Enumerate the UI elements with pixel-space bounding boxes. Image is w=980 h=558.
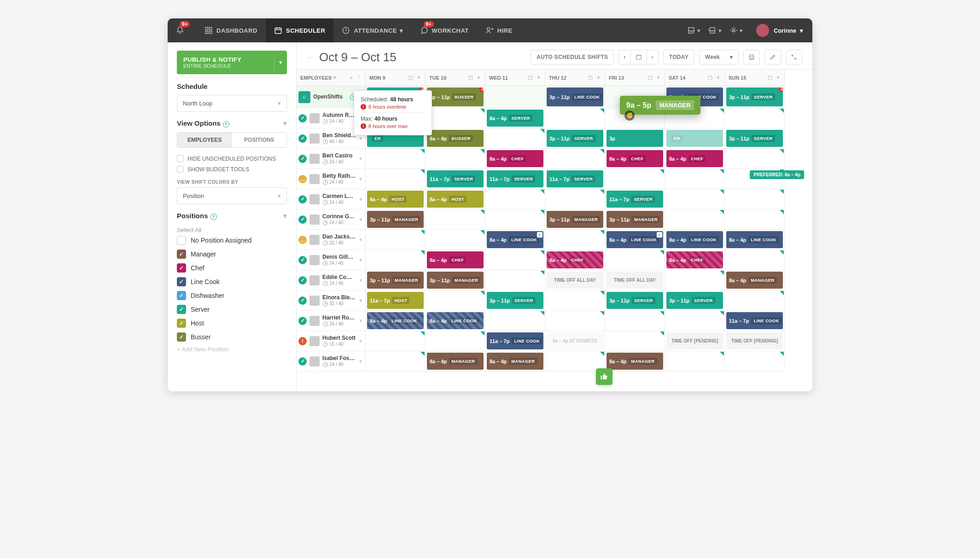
- expand-button[interactable]: [786, 50, 802, 64]
- schedule-select[interactable]: North Loop ▾: [177, 95, 287, 112]
- shift-block[interactable]: 8a – 4pMANAGER: [726, 272, 783, 289]
- timeoff-block[interactable]: TIME OFF ALL DAY: [607, 272, 663, 289]
- shift-block[interactable]: 3p – 11pMANAGER: [367, 211, 424, 228]
- shift-block[interactable]: 8a – 4pLINE COOK: [367, 312, 424, 329]
- shift-cell[interactable]: TIME OFF [PENDING]: [665, 331, 725, 351]
- shift-block[interactable]: 3p – 11pMANAGER: [427, 272, 484, 289]
- shift-cell[interactable]: [545, 230, 605, 250]
- nav-hire[interactable]: HIRE: [477, 18, 521, 42]
- shift-cell[interactable]: [665, 270, 725, 291]
- nav-inbox[interactable]: ▾: [683, 18, 705, 42]
- position-no-position-assigned[interactable]: No Position Assigned: [177, 233, 287, 247]
- shift-cell[interactable]: 3p – 11pMANAGER: [545, 209, 605, 230]
- shift-cell[interactable]: [545, 149, 605, 169]
- shift-cell[interactable]: 3p: [605, 128, 665, 149]
- shift-cell[interactable]: 8a – 4p AT DOWNTO: [545, 331, 605, 351]
- copy-day-icon[interactable]: [767, 75, 773, 81]
- day-header[interactable]: SUN 15: [725, 70, 785, 86]
- shift-cell[interactable]: [725, 291, 785, 311]
- shift-block[interactable]: 8a – 4pCHEF: [666, 150, 723, 167]
- employee-row-head[interactable]: ✓ Eddie Combs 🕑24 / 40 ▾: [297, 270, 366, 291]
- shift-cell[interactable]: [725, 149, 785, 169]
- shift-cell[interactable]: 11a – 7pLINE COOK: [725, 311, 785, 331]
- shift-cell[interactable]: ER: [665, 128, 725, 149]
- shift-cell[interactable]: [665, 209, 725, 230]
- shift-block[interactable]: 3p – 11pSERVER: [726, 130, 783, 147]
- pin-icon[interactable]: [416, 75, 421, 81]
- print-button[interactable]: [743, 50, 760, 64]
- shift-block[interactable]: 8a – 4pCHEF: [547, 251, 603, 268]
- publish-button[interactable]: PUBLISH & NOTIFY ENTIRE SCHEDULE ▾: [177, 51, 287, 74]
- shift-block[interactable]: 8a – 4pCHEF: [427, 251, 484, 268]
- shift-block[interactable]: 8a – 4pCHEF: [487, 150, 543, 167]
- copy-day-icon[interactable]: [588, 75, 593, 81]
- shift-block[interactable]: 8a – 4pLINE COOK✓: [487, 231, 543, 248]
- today-button[interactable]: TODAY: [663, 50, 694, 64]
- shift-block[interactable]: 8a – 4pMANAGER: [427, 353, 484, 370]
- shift-cell[interactable]: 8a – 4pCHEF: [665, 149, 725, 169]
- shift-cell[interactable]: [485, 189, 545, 209]
- shift-block[interactable]: 8a – 4pMANAGER: [487, 353, 543, 370]
- shift-cell[interactable]: [605, 250, 665, 270]
- copy-day-icon[interactable]: [528, 75, 533, 81]
- shift-cell[interactable]: [545, 291, 605, 311]
- col-employees[interactable]: EMPLOYEES▾＋⋮: [297, 70, 366, 86]
- employee-row-head[interactable]: ✓ Denis Gillespie 🕑24 / 40 ▾: [297, 250, 366, 270]
- pin-icon[interactable]: [716, 75, 721, 81]
- shift-block[interactable]: 11a – 7pSERVER: [607, 191, 663, 208]
- shift-cell[interactable]: [485, 128, 545, 149]
- shift-cell[interactable]: [366, 351, 426, 372]
- day-header[interactable]: THU 12: [545, 70, 605, 86]
- shift-cell[interactable]: [366, 250, 426, 270]
- edit-button[interactable]: [764, 50, 781, 64]
- shift-block[interactable]: 3p – 11pMANAGER: [367, 272, 424, 289]
- shift-cell[interactable]: [366, 230, 426, 250]
- select-all-link[interactable]: Select All: [177, 225, 287, 233]
- chk-hide-unscheduled[interactable]: HIDE UNSCHEDULED POSITIONS: [177, 153, 287, 164]
- nav-store[interactable]: ▾: [705, 18, 726, 42]
- day-header[interactable]: MON 9: [366, 70, 426, 86]
- shift-cell[interactable]: [725, 189, 785, 209]
- positions-heading[interactable]: Positions? ▾: [177, 212, 287, 220]
- position-host[interactable]: ✓Host: [177, 316, 287, 330]
- position-busser[interactable]: ✓Busser: [177, 330, 287, 344]
- shift-block[interactable]: 3p – 11pSERVER: [666, 292, 723, 309]
- shift-cell[interactable]: [545, 311, 605, 331]
- calendar-button[interactable]: [631, 50, 647, 64]
- openshift[interactable]: 3p – 11pSERVER2: [726, 87, 783, 106]
- shift-cell[interactable]: [545, 108, 605, 128]
- shift-cell[interactable]: 8a – 4pLINE COOK!: [725, 230, 785, 250]
- nav-settings[interactable]: ▾: [726, 18, 747, 42]
- employee-row-head[interactable]: ✓ Elnora Blevins 🕑32 / 40 ▾: [297, 291, 366, 311]
- shift-cell[interactable]: [725, 108, 785, 128]
- shift-block[interactable]: 8a – 4pHOST: [367, 191, 424, 208]
- tab-employees[interactable]: EMPLOYEES: [177, 133, 232, 147]
- shift-cell[interactable]: [665, 189, 725, 209]
- openshift-cell[interactable]: 3p – 11pSERVER2: [725, 86, 785, 108]
- shift-block[interactable]: 8a – 4pBUSSER: [427, 130, 484, 147]
- employee-row-head[interactable]: ✓ Bert Castro 🕑24 / 40 ▾: [297, 149, 366, 169]
- timeoff-block[interactable]: TIME OFF ALL DAY: [547, 272, 603, 289]
- shift-block[interactable]: 11a – 7pHOST: [367, 292, 424, 309]
- copy-day-icon[interactable]: [707, 75, 713, 81]
- tab-positions[interactable]: POSITIONS: [232, 133, 287, 147]
- shift-cell[interactable]: 11a – 7pSERVER: [485, 169, 545, 189]
- shift-cell[interactable]: 8a – 4pMANAGER: [485, 351, 545, 372]
- nav-attendance[interactable]: ATTENDANCE ▾: [333, 18, 411, 42]
- shift-cell[interactable]: 8a – 4pLINE COOK✓: [485, 230, 545, 250]
- day-header[interactable]: WED 11: [485, 70, 545, 86]
- shift-cell[interactable]: 8a – 4pCHEF: [605, 149, 665, 169]
- shift-cell[interactable]: 8a – 4pHOST: [426, 189, 485, 209]
- openshift-cell[interactable]: [485, 86, 545, 108]
- shift-cell[interactable]: [426, 331, 485, 351]
- shift-cell[interactable]: TIME OFF ALL DAY: [605, 270, 665, 291]
- nav-notifications[interactable]: 9+: [168, 18, 196, 42]
- shift-cell[interactable]: 8a – 4pLINE COOK: [426, 311, 485, 331]
- copy-day-icon[interactable]: [468, 75, 473, 81]
- timeoff-block[interactable]: TIME OFF [PENDING]: [726, 332, 783, 349]
- shift-cell[interactable]: 11a – 7pLINE COOK: [485, 331, 545, 351]
- shift-cell[interactable]: [605, 311, 665, 331]
- position-line-cook[interactable]: ✓Line Cook: [177, 275, 287, 289]
- shift-block[interactable]: 8a – 4pLINE COOK✓: [607, 231, 663, 248]
- shift-cell[interactable]: 8a – 4pCHEF: [545, 250, 605, 270]
